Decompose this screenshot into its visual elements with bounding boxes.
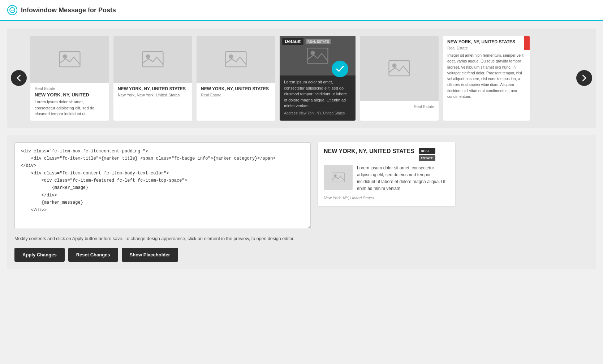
card-3-title: NEW YORK, NY, UNITED STATES <box>201 86 271 91</box>
svg-point-13 <box>334 174 336 177</box>
bottom-section: <div class="fc-item-box fc-itemcontent-p… <box>7 135 596 269</box>
card-6-text: Integer sit amet nibh fermentum, semper … <box>447 52 525 99</box>
card-3-label: Real Estate <box>201 93 271 97</box>
card-5-image <box>360 36 439 101</box>
carousel-next-button[interactable] <box>576 70 592 86</box>
preview-panel: NEW YORK, NY, UNITED STATES REAL ESTATE … <box>318 142 455 262</box>
preview-title-row: NEW YORK, NY, UNITED STATES REAL ESTATE <box>324 148 449 161</box>
card-4-text: Lorem ipsum dolor sit amet, consectetur … <box>284 79 351 109</box>
code-editor-wrapper: <div class="fc-item-box fc-itemcontent-p… <box>14 142 311 230</box>
card-4-default-badge: Default <box>282 38 303 45</box>
card-2-title: NEW YORK, NY, UNITED STATES <box>118 86 188 91</box>
page-header: Infowindow Message for Posts <box>0 0 603 21</box>
svg-point-7 <box>229 55 233 59</box>
preview-card: NEW YORK, NY, UNITED STATES REAL ESTATE … <box>318 142 455 206</box>
page-title: Infowindow Message for Posts <box>21 6 116 14</box>
preview-badge-estate: ESTATE <box>419 155 435 161</box>
preview-content-row: Lorem ipsum dolor sit amet, consectetur … <box>324 165 449 192</box>
card-6-subtitle: Real Estate <box>447 46 525 50</box>
svg-rect-4 <box>143 52 163 67</box>
card-2-subtitle: New York, New York, United States <box>118 93 188 97</box>
carousel-card-5[interactable]: Real Estate <box>360 36 439 121</box>
card-1-text: Lorem ipsum dolor sit amet, consectetur … <box>35 99 105 117</box>
carousel-prev-button[interactable] <box>11 70 27 86</box>
reset-changes-button[interactable]: Reset Changes <box>68 248 118 262</box>
card-4-category-badge: REAL ESTATE <box>306 39 331 44</box>
carousel-section: Real Estate NEW YORK, NY, UNITED Lorem i… <box>7 29 596 128</box>
button-row: Apply Changes Reset Changes Show Placeho… <box>14 248 311 262</box>
svg-rect-12 <box>332 173 344 182</box>
card-1-label: Real Estate <box>35 86 105 91</box>
carousel-card-1[interactable]: Real Estate NEW YORK, NY, UNITED Lorem i… <box>30 36 109 121</box>
card-4-address: Address: New York, NY, United States <box>284 111 351 115</box>
svg-point-11 <box>392 64 397 68</box>
card-3-image <box>197 36 275 83</box>
card-6-title: NEW YORK, NY, UNITED STATES <box>447 39 525 44</box>
carousel-card-2[interactable]: NEW YORK, NY, UNITED STATES New York, Ne… <box>113 36 192 121</box>
svg-rect-10 <box>389 61 410 76</box>
code-editor[interactable]: <div class="fc-item-box fc-itemcontent-p… <box>14 142 311 229</box>
card-1-image <box>30 36 109 83</box>
header-icon <box>7 5 17 15</box>
selected-checkmark <box>332 61 348 77</box>
svg-point-9 <box>311 51 315 55</box>
card-6-red-corner <box>524 36 530 50</box>
cards-container: Real Estate NEW YORK, NY, UNITED Lorem i… <box>30 36 573 121</box>
svg-rect-6 <box>226 52 246 67</box>
apply-changes-button[interactable]: Apply Changes <box>14 248 65 262</box>
card-2-image <box>113 36 192 83</box>
svg-point-5 <box>146 55 150 59</box>
preview-badge-real: REAL <box>419 148 435 154</box>
svg-rect-8 <box>307 48 328 63</box>
preview-text: Lorem ipsum dolor sit amet, consectetur … <box>357 165 449 192</box>
svg-point-3 <box>63 55 67 59</box>
card-1-title: NEW YORK, NY, UNITED <box>35 92 105 98</box>
preview-title: NEW YORK, NY, UNITED STATES <box>324 148 414 155</box>
show-placeholder-button[interactable]: Show Placeholder <box>122 248 178 262</box>
preview-image <box>324 165 353 190</box>
info-text: Modify contents and click on Apply butto… <box>14 235 311 242</box>
editor-panel: <div class="fc-item-box fc-itemcontent-p… <box>14 142 311 262</box>
card-5-label: Real Estate <box>364 104 434 109</box>
svg-rect-2 <box>60 52 80 67</box>
carousel-card-6[interactable]: NEW YORK, NY, UNITED STATES Real Estate … <box>443 36 530 121</box>
carousel-card-4[interactable]: Default REAL ESTATE Lorem ipsum dolor si… <box>280 36 356 121</box>
carousel-card-3[interactable]: NEW YORK, NY, UNITED STATES Real Estate <box>197 36 275 121</box>
preview-address: New York, NY, United States <box>324 196 449 200</box>
main-content: Real Estate NEW YORK, NY, UNITED Lorem i… <box>0 21 603 276</box>
